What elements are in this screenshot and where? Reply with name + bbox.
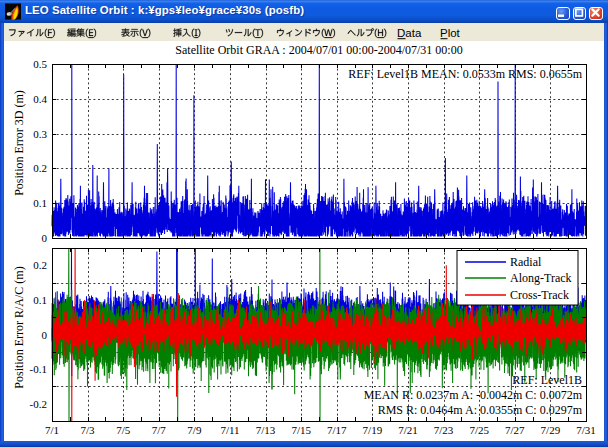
svg-text:7/29: 7/29 [541, 424, 561, 436]
svg-text:7/31: 7/31 [576, 424, 596, 436]
svg-text:-0.1: -0.1 [30, 363, 47, 375]
svg-text:7/9: 7/9 [187, 424, 202, 436]
svg-text:Plot: Plot [440, 27, 461, 39]
svg-text:Cross-Track: Cross-Track [510, 288, 569, 302]
svg-text:0.3: 0.3 [33, 128, 47, 140]
svg-text:7/17: 7/17 [327, 424, 347, 436]
svg-text:7/19: 7/19 [363, 424, 383, 436]
svg-text:7/5: 7/5 [116, 424, 131, 436]
svg-text:7/11: 7/11 [220, 424, 239, 436]
svg-text:7/1: 7/1 [45, 424, 59, 436]
svg-text:7/25: 7/25 [469, 424, 489, 436]
svg-text:REF: Level1B: REF: Level1B [512, 373, 582, 387]
svg-text:0.1: 0.1 [33, 294, 47, 306]
svg-text:0.2: 0.2 [33, 162, 47, 174]
svg-text:0.2: 0.2 [33, 259, 47, 271]
svg-text:Data: Data [397, 27, 422, 39]
svg-text:7/3: 7/3 [81, 424, 96, 436]
svg-text:Position Error R/A/C (m): Position Error R/A/C (m) [12, 266, 26, 388]
svg-text:MEAN R: 0.0237m A: -0.0042m C:: MEAN R: 0.0237m A: -0.0042m C: 0.0072m [364, 388, 583, 402]
svg-text:-0.2: -0.2 [30, 398, 47, 410]
svg-text:Radial: Radial [510, 255, 542, 269]
svg-text:7/13: 7/13 [256, 424, 276, 436]
svg-text:0.1: 0.1 [33, 197, 47, 209]
svg-text:REF: Level1B MEAN: 0.0533m RMS: REF: Level1B MEAN: 0.0533m RMS: 0.0655m [348, 67, 582, 81]
svg-text:Position Error 3D (m): Position Error 3D (m) [12, 90, 26, 196]
svg-text:7/15: 7/15 [291, 424, 311, 436]
svg-text:7/21: 7/21 [398, 424, 418, 436]
svg-text:RMS R: 0.0464m A: 0.0355m C: 0: RMS R: 0.0464m A: 0.0355m C: 0.0297m [378, 403, 583, 417]
svg-text:7/7: 7/7 [152, 424, 167, 436]
svg-text:0.4: 0.4 [33, 93, 47, 105]
svg-text:0: 0 [42, 329, 48, 341]
svg-text:Along-Track: Along-Track [510, 271, 572, 285]
svg-text:0.5: 0.5 [33, 58, 47, 70]
svg-text:0: 0 [42, 232, 48, 244]
svg-text:7/27: 7/27 [505, 424, 525, 436]
svg-text:7/23: 7/23 [434, 424, 454, 436]
svg-text:Satellite Orbit GRAA : 2004/07: Satellite Orbit GRAA : 2004/07/01 00:00-… [175, 43, 462, 57]
